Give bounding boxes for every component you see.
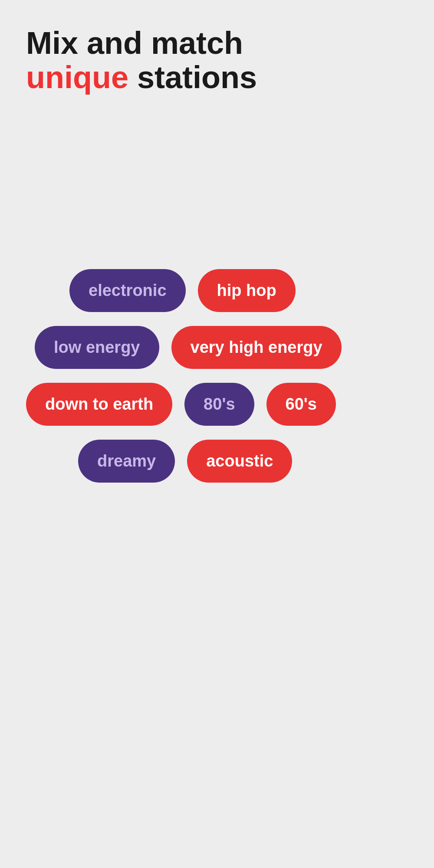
tags-container: electronic hip hop low energy very high … <box>26 269 408 496</box>
header-line1: Mix and match <box>26 26 257 60</box>
tag-down-to-earth[interactable]: down to earth <box>26 383 172 426</box>
tag-low-energy[interactable]: low energy <box>35 326 159 369</box>
tags-row-3: down to earth 80's 60's <box>26 383 408 426</box>
tags-row-2: low energy very high energy <box>26 326 408 369</box>
tag-hip-hop[interactable]: hip hop <box>198 269 296 312</box>
tag-electronic[interactable]: electronic <box>69 269 186 312</box>
tag-dreamy[interactable]: dreamy <box>78 440 175 483</box>
header-line2: unique stations <box>26 60 257 95</box>
tags-row-1: electronic hip hop <box>26 269 408 312</box>
header-stations: stations <box>128 60 257 95</box>
tag-acoustic[interactable]: acoustic <box>187 440 292 483</box>
tag-60s[interactable]: 60's <box>266 383 336 426</box>
tags-row-4: dreamy acoustic <box>26 440 408 483</box>
tag-80s[interactable]: 80's <box>184 383 254 426</box>
header-unique: unique <box>26 60 128 95</box>
header: Mix and match unique stations <box>26 26 257 95</box>
tag-very-high-energy[interactable]: very high energy <box>171 326 342 369</box>
